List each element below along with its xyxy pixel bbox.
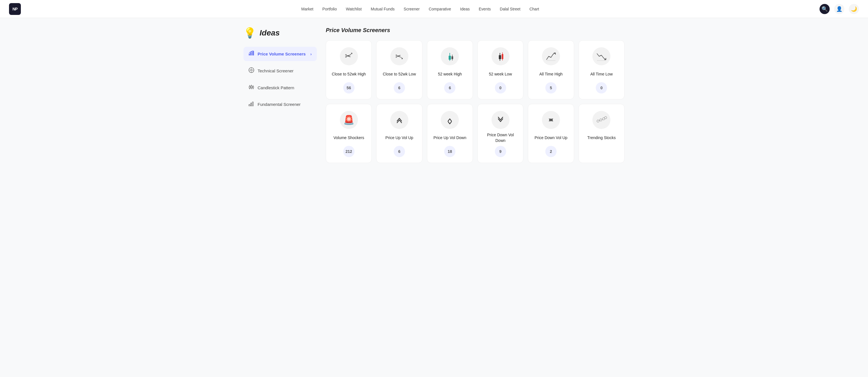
sidebar-label-technical: Technical Screener (257, 68, 312, 73)
search-button[interactable]: 🔍 (819, 4, 830, 14)
up-down-arrow-icon (445, 115, 455, 125)
svg-point-5 (251, 69, 252, 71)
nav-watchlist[interactable]: Watchlist (342, 4, 366, 13)
scissors-up-icon: ✂ ↗ (344, 51, 354, 61)
price-down-vol-up-icon-wrap (542, 111, 560, 129)
sidebar: 💡 Ideas Price Volume Screeners › (244, 27, 317, 168)
user-button[interactable]: 👤 (834, 4, 844, 14)
theme-toggle[interactable]: 🌙 (849, 4, 859, 14)
svg-rect-20 (251, 103, 252, 106)
svg-rect-19 (249, 104, 250, 106)
trending-stocks-count (596, 146, 607, 157)
price-up-vol-up-label: Price Up Vol Up (385, 132, 413, 144)
down-up-arrow-icon (546, 115, 556, 125)
nav-ideas[interactable]: Ideas (456, 4, 474, 13)
price-down-vol-down-label: Price Down Vol Down (482, 132, 519, 144)
technical-icon (249, 67, 254, 74)
svg-text:↘: ↘ (400, 56, 403, 60)
sidebar-item-price-volume[interactable]: Price Volume Screeners › (244, 47, 317, 61)
all-time-high-label: All Time High (539, 69, 562, 80)
card-price-down-vol-down[interactable]: Price Down Vol Down 9 (477, 104, 523, 163)
price-down-vol-down-count: 9 (495, 146, 506, 157)
card-price-up-vol-down[interactable]: Price Up Vol Down 18 (427, 104, 473, 163)
nav-portfolio[interactable]: Portfolio (318, 4, 341, 13)
close-52wk-high-count: 56 (343, 82, 354, 94)
card-price-up-vol-up[interactable]: Price Up Vol Up 6 (376, 104, 422, 163)
candle-down-icon (495, 51, 506, 62)
all-time-high-icon-wrap (542, 47, 560, 65)
nav-chart[interactable]: Chart (526, 4, 543, 13)
sidebar-item-technical[interactable]: Technical Screener (244, 63, 317, 78)
nav-market[interactable]: Market (297, 4, 317, 13)
svg-rect-26 (448, 56, 451, 60)
svg-line-45 (602, 119, 602, 119)
page-title: Ideas (259, 28, 280, 37)
sidebar-item-candlestick[interactable]: Candlestick Pattern (244, 80, 317, 95)
price-down-vol-down-icon-wrap (492, 111, 509, 129)
fundamental-icon (249, 101, 254, 108)
price-up-vol-up-icon-wrap (390, 111, 408, 129)
double-up-arrow-icon (394, 115, 404, 125)
section-title: Price Volume Screeners (326, 27, 624, 34)
zigzag-down-icon (596, 51, 607, 61)
svg-rect-32 (499, 55, 501, 59)
page-header: 💡 Ideas (244, 27, 317, 39)
all-time-high-count: 5 (545, 82, 557, 94)
card-close-52wk-high[interactable]: ✂ ↗ Close to 52wk High 56 (326, 40, 372, 99)
logo[interactable]: NP (9, 3, 21, 15)
header-actions: 🔍 👤 🌙 (819, 4, 859, 14)
zigzag-up-icon (545, 51, 557, 61)
nav-screener[interactable]: Screener (400, 4, 424, 13)
card-52wk-low[interactable]: 52 week Low 0 (477, 40, 523, 99)
scissors-down-icon: ✂ ↘ (394, 51, 404, 61)
sidebar-label-fundamental: Fundamental Screener (257, 102, 312, 107)
card-trending-stocks[interactable]: Trending Stocks (579, 104, 624, 163)
card-price-down-vol-up[interactable]: Price Down Vol Up 2 (528, 104, 574, 163)
page-body: 💡 Ideas Price Volume Screeners › (237, 18, 631, 176)
svg-rect-3 (253, 51, 254, 56)
52wk-high-label: 52 week High (438, 69, 462, 80)
svg-rect-29 (452, 56, 453, 59)
volume-shockers-count: 212 (343, 146, 354, 157)
svg-rect-16 (252, 87, 254, 88)
sidebar-label-candlestick: Candlestick Pattern (257, 85, 312, 90)
price-up-vol-down-label: Price Up Vol Down (433, 132, 466, 144)
page-icon: 💡 (244, 27, 256, 39)
card-all-time-high[interactable]: All Time High 5 (528, 40, 574, 99)
close-52wk-low-icon-wrap: ✂ ↘ (390, 47, 408, 65)
52wk-high-count: 6 (444, 82, 456, 94)
svg-point-40 (597, 120, 599, 122)
nav-comparative[interactable]: Comparative (425, 4, 455, 13)
svg-rect-21 (252, 102, 253, 106)
screener-grid: ✂ ↗ Close to 52wk High 56 ✂ ↘ Close to 5… (326, 40, 624, 163)
candle-up-icon (444, 51, 456, 62)
close-52wk-low-count: 6 (394, 82, 405, 94)
all-time-low-icon-wrap (592, 47, 611, 65)
sidebar-item-fundamental[interactable]: Fundamental Screener (244, 97, 317, 111)
52wk-low-icon-wrap (492, 47, 509, 65)
alert-bell-icon: 🚨 (343, 114, 354, 125)
card-all-time-low[interactable]: All Time Low 0 (579, 40, 624, 99)
price-up-vol-up-count: 6 (394, 146, 405, 157)
card-52wk-high[interactable]: 52 week High 6 (427, 40, 473, 99)
svg-rect-0 (249, 54, 250, 56)
volume-shockers-icon-wrap: 🚨 (340, 111, 358, 129)
svg-rect-1 (250, 53, 251, 56)
all-time-low-label: All Time Low (590, 69, 613, 80)
close-52wk-high-label: Close to 52wk High (332, 69, 366, 80)
svg-line-44 (599, 120, 600, 121)
nav-dalal-street[interactable]: Dalal Street (496, 4, 524, 13)
nav-mutual-funds[interactable]: Mutual Funds (367, 4, 399, 13)
close-52wk-low-label: Close to 52wk Low (383, 69, 416, 80)
price-up-vol-down-icon-wrap (441, 111, 459, 129)
volume-shockers-label: Volume Shockers (333, 132, 364, 144)
nav-events[interactable]: Events (475, 4, 495, 13)
chevron-right-icon: › (310, 52, 312, 56)
card-volume-shockers[interactable]: 🚨 Volume Shockers 212 (326, 104, 372, 163)
main-nav: Market Portfolio Watchlist Mutual Funds … (21, 4, 819, 13)
svg-point-41 (600, 119, 602, 121)
52wk-high-icon-wrap (441, 47, 459, 65)
card-close-52wk-low[interactable]: ✂ ↘ Close to 52wk Low 6 (376, 40, 422, 99)
52wk-low-count: 0 (495, 82, 506, 94)
price-down-vol-up-count: 2 (545, 146, 557, 157)
